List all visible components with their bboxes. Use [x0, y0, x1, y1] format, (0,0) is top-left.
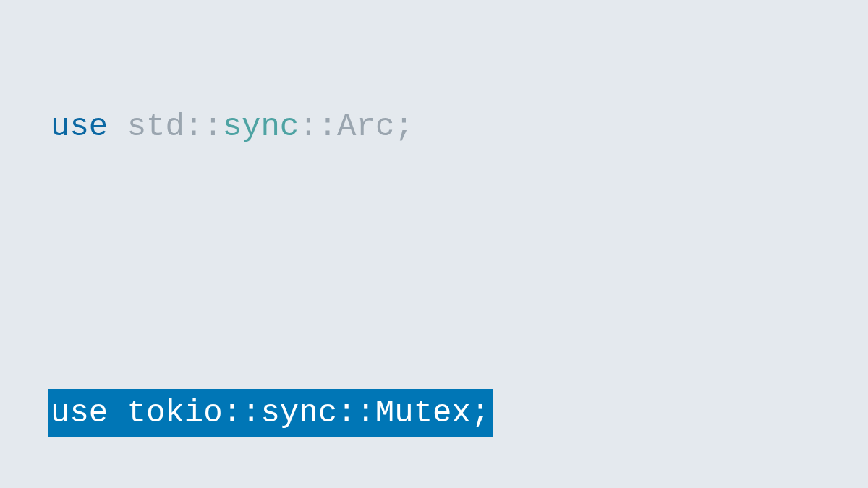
- code-line-3-highlighted: use tokio::sync::Mutex;: [51, 389, 868, 437]
- path-sep: ::: [184, 108, 223, 145]
- highlighted-selection: use tokio::sync::Mutex;: [48, 389, 493, 437]
- keyword-use: use: [51, 108, 108, 145]
- semicolon: ;: [394, 108, 413, 145]
- code-line-blank: [51, 246, 868, 294]
- highlighted-text: use tokio::sync::Mutex;: [51, 395, 490, 431]
- code-line-1: use std::sync::Arc;: [51, 103, 868, 150]
- path-sep: ::: [299, 108, 337, 145]
- module-std: std: [127, 108, 184, 145]
- module-sync: sync: [223, 108, 299, 145]
- code-editor[interactable]: use std::sync::Arc; use tokio::sync::Mut…: [0, 7, 868, 488]
- type-arc: Arc: [337, 108, 394, 145]
